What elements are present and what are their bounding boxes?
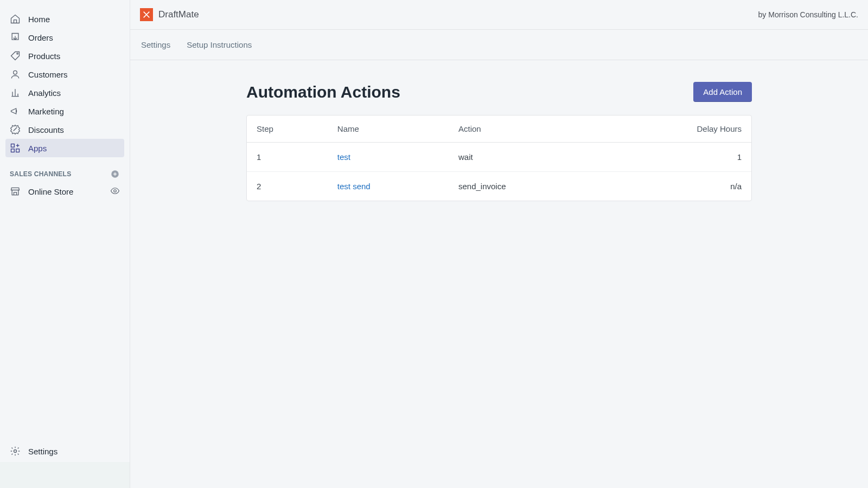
person-icon	[10, 69, 21, 80]
section-header-label: SALES CHANNELS	[10, 170, 71, 178]
svg-point-7	[14, 450, 17, 453]
main: DraftMate by Morrison Consulting L.L.C. …	[130, 0, 868, 488]
action-name-link[interactable]: test	[337, 152, 350, 162]
apps-icon	[10, 143, 21, 153]
nav-home[interactable]: Home	[5, 10, 124, 28]
store-icon	[10, 186, 21, 197]
tab-setup-instructions[interactable]: Setup Instructions	[187, 40, 252, 49]
nav-analytics[interactable]: Analytics	[5, 84, 124, 102]
sidebar: Home Orders Products Customers Analytics	[0, 0, 130, 488]
action-name-link[interactable]: test send	[337, 182, 371, 191]
actions-table-card: Step Name Action Delay Hours 1 test wait…	[246, 115, 752, 201]
nav-marketing[interactable]: Marketing	[5, 102, 124, 120]
channel-label: Online Store	[28, 187, 73, 196]
actions-table: Step Name Action Delay Hours 1 test wait…	[247, 115, 751, 201]
channel-online-store[interactable]: Online Store	[5, 182, 124, 201]
nav-label: Discounts	[28, 125, 64, 134]
nav-label: Marketing	[28, 107, 64, 116]
table-row: 2 test send send_invoice n/a	[247, 172, 751, 201]
app-logo-icon	[140, 8, 153, 21]
cell-delay: 1	[650, 143, 751, 172]
home-icon	[10, 14, 21, 24]
svg-point-6	[114, 189, 117, 192]
svg-point-0	[17, 53, 18, 55]
svg-rect-4	[11, 149, 15, 152]
nav-customers[interactable]: Customers	[5, 65, 124, 84]
gear-icon	[10, 446, 21, 457]
add-action-button[interactable]: Add Action	[693, 82, 752, 102]
sales-channels-header: SALES CHANNELS	[0, 169, 130, 179]
page-header: Automation Actions Add Action	[246, 82, 752, 102]
by-line: by Morrison Consulting L.L.C.	[758, 10, 858, 19]
col-delay: Delay Hours	[650, 115, 751, 143]
nav-settings[interactable]: Settings	[0, 440, 130, 462]
nav-orders[interactable]: Orders	[5, 28, 124, 47]
discount-icon	[10, 124, 21, 135]
nav-label: Analytics	[28, 88, 61, 98]
tag-icon	[10, 50, 21, 61]
subtabs: Settings Setup Instructions	[130, 30, 868, 60]
table-row: 1 test wait 1	[247, 143, 751, 172]
svg-rect-2	[11, 144, 15, 147]
analytics-icon	[10, 87, 21, 98]
eye-icon[interactable]	[110, 186, 120, 197]
nav-products[interactable]: Products	[5, 47, 124, 65]
svg-point-1	[14, 70, 17, 74]
nav-label: Orders	[28, 33, 53, 42]
tab-settings[interactable]: Settings	[141, 40, 170, 49]
nav-apps[interactable]: Apps	[5, 139, 124, 157]
app-brand: DraftMate	[140, 8, 199, 21]
page-title: Automation Actions	[246, 83, 400, 101]
sidebar-footer-block	[0, 462, 130, 488]
megaphone-icon	[10, 106, 21, 117]
nav-label: Home	[28, 15, 50, 24]
nav-discounts[interactable]: Discounts	[5, 120, 124, 139]
svg-rect-3	[16, 149, 20, 152]
col-action: Action	[449, 115, 650, 143]
col-step: Step	[247, 115, 328, 143]
cell-delay: n/a	[650, 172, 751, 201]
nav-label: Apps	[28, 144, 47, 153]
add-channel-icon[interactable]	[110, 169, 120, 179]
orders-icon	[10, 32, 21, 43]
col-name: Name	[328, 115, 449, 143]
cell-step: 2	[247, 172, 328, 201]
primary-nav: Home Orders Products Customers Analytics	[0, 10, 130, 157]
topbar: DraftMate by Morrison Consulting L.L.C.	[130, 0, 868, 30]
nav-label: Products	[28, 52, 60, 61]
app-name: DraftMate	[158, 9, 199, 20]
content: Automation Actions Add Action Step Name …	[130, 60, 868, 488]
cell-step: 1	[247, 143, 328, 172]
settings-label: Settings	[28, 447, 58, 456]
cell-action: send_invoice	[449, 172, 650, 201]
cell-action: wait	[449, 143, 650, 172]
nav-label: Customers	[28, 70, 68, 79]
